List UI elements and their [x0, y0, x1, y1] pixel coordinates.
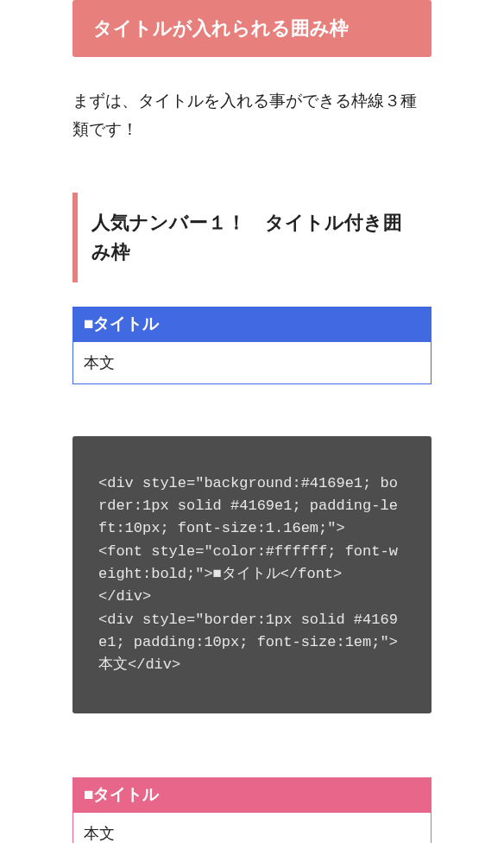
- header-title: タイトルが入れられる囲み枠: [93, 17, 349, 39]
- intro-text: まずは、タイトルを入れる事ができる枠線３種類です！: [72, 86, 432, 144]
- header-box: タイトルが入れられる囲み枠: [72, 0, 432, 57]
- section-heading: 人気ナンバー１！ タイトル付き囲み枠: [72, 193, 432, 282]
- titled-box-blue-header: ■タイトル: [72, 307, 432, 341]
- titled-box-blue-body: 本文: [72, 341, 432, 384]
- titled-box-pink-header: ■タイトル: [72, 777, 432, 812]
- titled-box-blue: ■タイトル 本文: [72, 307, 432, 384]
- code-block: <div style="background:#4169e1; border:1…: [72, 436, 432, 713]
- titled-box-pink-body: 本文: [72, 812, 432, 843]
- titled-box-pink: ■タイトル 本文: [72, 777, 432, 843]
